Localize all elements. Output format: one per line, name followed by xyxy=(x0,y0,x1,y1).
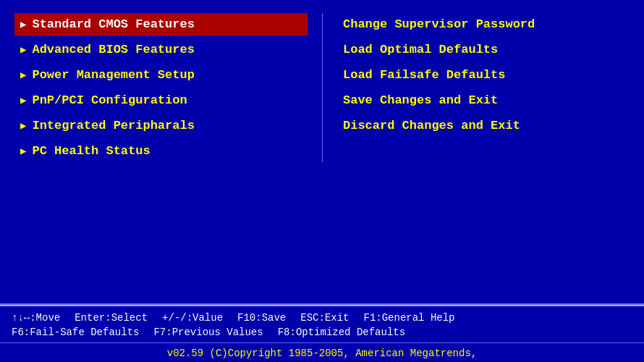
left-menu: ▶Standard CMOS Features▶Advanced BIOS Fe… xyxy=(0,13,322,162)
help-item: F10:Save xyxy=(237,312,286,324)
menu-item-pnp-pci[interactable]: ▶PnP/PCI Configuration xyxy=(14,89,308,111)
help-item: F7:Previous Values xyxy=(153,327,263,338)
arrow-icon: ▶ xyxy=(20,94,26,106)
main-area: ▶Standard CMOS Features▶Advanced BIOS Fe… xyxy=(0,0,644,162)
menu-item-label: Advanced BIOS Features xyxy=(32,43,194,56)
arrow-icon: ▶ xyxy=(20,43,26,56)
arrow-icon: ▶ xyxy=(20,145,26,157)
help-item: ↑↓↔:Move xyxy=(12,312,60,324)
bottom-help: ↑↓↔:MoveEnter:Select+/-/:ValueF10:SaveES… xyxy=(0,305,644,342)
menu-item-label: PnP/PCI Configuration xyxy=(32,93,187,107)
footer-text: v02.59 (C)Copyright 1985-2005, American … xyxy=(167,348,477,359)
menu-item-integrated-peripherals[interactable]: ▶Integrated Peripharals xyxy=(14,114,308,137)
arrow-icon: ▶ xyxy=(20,69,26,81)
right-item-load-failsafe[interactable]: Load Failsafe Defaults xyxy=(337,64,630,86)
menu-item-label: Standard CMOS Features xyxy=(32,17,194,31)
help-item: +/-/:Value xyxy=(162,312,223,324)
help-item: ESC:Exit xyxy=(300,312,349,324)
right-item-discard-exit[interactable]: Discard Changes and Exit xyxy=(337,114,630,137)
help-item: Enter:Select xyxy=(75,312,148,324)
menu-item-label: Integrated Peripharals xyxy=(32,119,194,132)
help-item: F8:Optimized Defaults xyxy=(278,327,405,338)
menu-item-power-management[interactable]: ▶Power Management Setup xyxy=(14,64,308,86)
right-item-change-supervisor[interactable]: Change Supervisor Password xyxy=(337,13,630,35)
menu-item-standard-cmos[interactable]: ▶Standard CMOS Features xyxy=(14,13,308,35)
menu-item-label: Power Management Setup xyxy=(32,68,194,82)
help-item: F1:General Help xyxy=(364,312,455,324)
menu-item-label: PC Health Status xyxy=(32,144,150,158)
arrow-icon: ▶ xyxy=(20,18,26,30)
footer: v02.59 (C)Copyright 1985-2005, American … xyxy=(0,342,644,362)
right-item-load-optimal[interactable]: Load Optimal Defaults xyxy=(337,38,630,61)
right-item-save-exit[interactable]: Save Changes and Exit xyxy=(337,89,630,111)
help-item: F6:Fail-Safe Defaults xyxy=(12,327,139,338)
arrow-icon: ▶ xyxy=(20,119,26,132)
help-row-2: F6:Fail-Safe DefaultsF7:Previous ValuesF… xyxy=(12,327,632,338)
help-row-1: ↑↓↔:MoveEnter:Select+/-/:ValueF10:SaveES… xyxy=(12,312,632,324)
menu-item-pc-health[interactable]: ▶PC Health Status xyxy=(14,140,308,162)
menu-item-advanced-bios[interactable]: ▶Advanced BIOS Features xyxy=(14,38,308,61)
right-menu: Change Supervisor PasswordLoad Optimal D… xyxy=(322,13,644,162)
